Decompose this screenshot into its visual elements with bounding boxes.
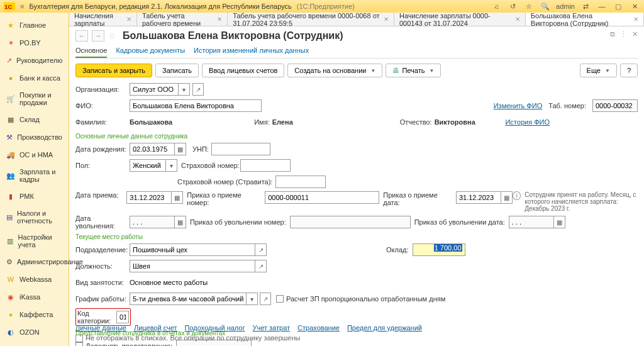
sidebar-item[interactable]: ▤Налоги и отчетность [0,205,69,229]
minimize-icon[interactable]: — [596,1,608,12]
sidebar-item[interactable]: ⚒Производство [0,128,69,146]
sched-label: График работы: [75,295,130,303]
category-input[interactable] [116,311,129,323]
calendar-icon[interactable]: ▦ [172,191,183,204]
close-tab-icon[interactable]: ✕ [126,16,131,23]
sched-dropdown-icon[interactable]: ▾ [247,293,258,305]
sex-input[interactable] [130,159,166,172]
close-tab-icon[interactable]: ✕ [515,16,520,23]
save-close-button[interactable]: Записать и закрыть [75,64,152,77]
sidebar-item[interactable]: 👥Зарплата и кадры [0,164,69,187]
doc-tab[interactable]: Табель учета рабочего времени 0000-0068 … [228,13,394,26]
subtab[interactable]: История изменений личных данных [194,44,309,58]
calendar-icon[interactable]: ▦ [501,191,513,204]
section-workplace: Текущее место работы [75,233,638,240]
org-picker-icon[interactable]: ▾ [179,83,190,96]
calendar-icon[interactable]: ▦ [175,143,186,155]
sidebar-item[interactable]: ▥Настройки учета [0,229,69,253]
sidebar-item[interactable]: 🚚ОС и НМА [0,146,69,164]
fireord-input[interactable] [290,216,411,228]
bell-icon[interactable]: ♫ [491,1,502,12]
nav-fwd-button[interactable]: → [92,30,104,42]
doc-tab[interactable]: Начисление зарплаты 0000-000143 от 31.07… [394,13,526,26]
history-fio-link[interactable]: История ФИО [505,118,550,126]
detach-icon[interactable]: ⧉ [610,30,615,38]
insnum2-input[interactable] [275,176,326,188]
search-icon[interactable]: 🔍 [540,1,551,12]
close-form-icon[interactable]: ✕ [632,30,638,38]
dept-input[interactable] [130,243,255,256]
firedate-input[interactable] [130,216,175,228]
org-open-icon[interactable]: ↗ [192,83,204,96]
fireord-label: Приказ об увольнении номер: [190,218,286,226]
change-fio-link[interactable]: Изменить ФИО [494,102,543,109]
history-icon[interactable]: ↺ [507,1,518,12]
subtab[interactable]: Основное [75,44,107,58]
doc-tab[interactable]: Начисления зарплаты✕ [69,13,137,26]
user-label[interactable]: admin [556,3,575,10]
print-button[interactable]: 🖶Печать [386,64,441,77]
fireordd-input[interactable] [509,216,554,228]
create-based-button[interactable]: Создать на основании [287,64,382,77]
sidebar-item[interactable]: 🛒Покупки и продажи [0,87,69,111]
sidebar-item[interactable]: ▮РМК [0,187,69,205]
unp-input[interactable] [211,143,270,155]
dept-open-icon[interactable]: ↗ [255,243,267,256]
org-input[interactable] [130,83,179,96]
more-button[interactable]: Еще [580,64,617,77]
footer-link[interactable]: Страхование [297,324,340,332]
calendar-icon[interactable]: ▦ [554,216,565,228]
close-tab-icon[interactable]: ✕ [384,16,389,23]
subtab[interactable]: Кадровые документы [116,44,185,58]
sync-icon[interactable]: ⇄ [580,1,591,12]
help-button[interactable]: ? [620,64,638,77]
star-icon[interactable]: ☆ [523,1,535,12]
salary-input[interactable]: 1 700,00 [413,243,465,256]
proportional-checkbox[interactable] [276,295,284,303]
doc-tab[interactable]: Большакова Елена Викторовна (Сотрудник)✕ [526,13,644,26]
fio-input[interactable] [130,99,262,112]
sidebar-item[interactable]: ●Каффеста [0,306,69,323]
sidebar-item[interactable]: ▦Склад [0,111,69,128]
sidebar-item[interactable]: ✶PO.BY [0,34,69,52]
hireordd-input[interactable] [456,191,501,204]
close-app-icon[interactable]: ✕ [629,1,640,12]
hide-checkbox[interactable] [75,335,83,342]
sex-dropdown-icon[interactable]: ▾ [166,159,177,172]
sidebar-item[interactable]: ⚙Администрирование [0,253,69,271]
accounts-button[interactable]: Ввод лицевых счетов [202,64,284,77]
pos-input[interactable] [130,260,255,272]
sidebar-item[interactable]: ◐OZON [0,323,69,341]
sidebar-item[interactable]: ↗Руководителю [0,52,69,69]
insnum-input[interactable] [240,159,291,172]
maximize-icon[interactable]: ▢ [613,1,624,12]
sched-input[interactable] [130,293,247,305]
footer-link[interactable]: Предел для удержаний [347,324,422,332]
tabnum-input[interactable] [592,99,638,112]
pos-open-icon[interactable]: ↗ [255,260,267,272]
sidebar-item[interactable]: ◉iKassa [0,288,69,306]
dob-input[interactable] [130,143,175,155]
footer-link[interactable]: Подоходный налог [185,324,245,332]
supplement-checkbox[interactable] [75,342,83,346]
footer-link[interactable]: Лицевой счет [134,324,177,332]
favorite-icon[interactable]: ☆ [108,31,116,41]
sidebar-item[interactable]: WWebkassa [0,271,69,288]
page-title: Большакова Елена Викторовна (Сотрудник) [123,30,343,42]
close-tab-icon[interactable]: ✕ [633,16,638,23]
sidebar-item[interactable]: WWildberries [0,341,69,346]
hiredate-input[interactable] [126,191,172,204]
menu-icon[interactable]: ≡ [20,3,24,10]
options-icon[interactable]: ⋮ [620,30,627,38]
close-tab-icon[interactable]: ✕ [217,16,222,23]
sidebar-item[interactable]: ●Банк и касса [0,69,69,87]
footer-link[interactable]: Учет затрат [253,324,291,332]
save-button[interactable]: Записать [155,64,199,77]
doc-tab[interactable]: Табель учета рабочего времени✕ [137,13,228,26]
sidebar-item[interactable]: ★Главное [0,16,69,34]
footer-link[interactable]: Личные данные [75,324,126,332]
nav-back-button[interactable]: ← [75,30,88,42]
hireord-input[interactable] [265,191,379,204]
sched-open-icon[interactable]: ↗ [260,293,271,305]
calendar-icon[interactable]: ▦ [175,216,186,228]
